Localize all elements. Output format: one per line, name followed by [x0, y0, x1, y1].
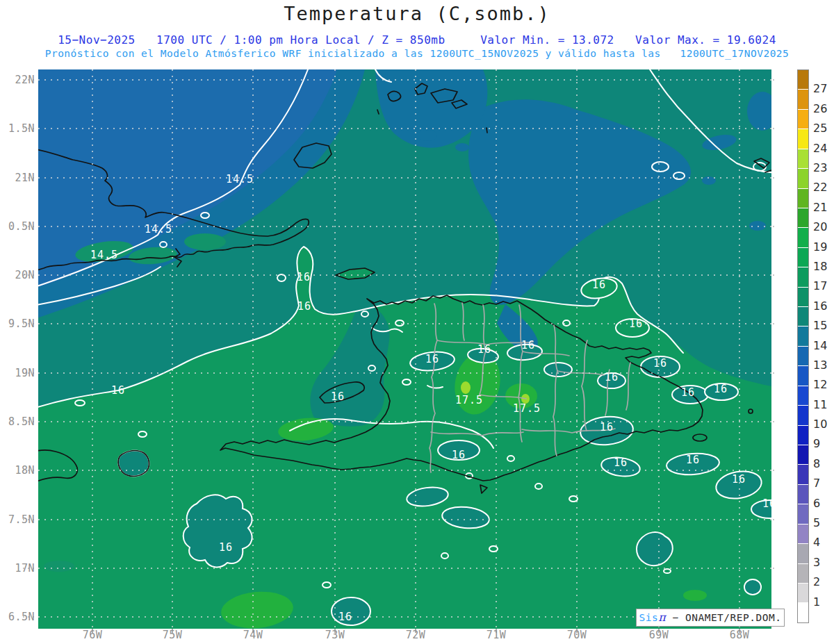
colorbar-segment: [798, 426, 808, 445]
lat-label: 17N: [0, 562, 35, 575]
contour-label: 17.5: [513, 402, 541, 415]
contour-label: 16: [521, 339, 535, 352]
colorbar-segment: [798, 544, 808, 563]
contour-label: 16: [762, 497, 775, 510]
contour-label: 16: [331, 390, 345, 403]
colorbar-segment: [798, 525, 808, 544]
contour-label: 16: [477, 343, 491, 356]
lon-label: 71W: [475, 629, 517, 641]
page-title: Temperatura (C,somb.): [0, 3, 834, 24]
lon-label: 69W: [638, 629, 680, 641]
colorbar-segment: [798, 288, 808, 307]
cool-patch: [744, 579, 761, 595]
colorbar-value: 25: [813, 122, 834, 135]
contour-label: 16: [614, 456, 628, 469]
colorbar-segment: [798, 228, 808, 247]
lon-label: 76W: [72, 629, 113, 641]
colorbar-segment: [798, 248, 808, 267]
colorbar-value: 11: [813, 398, 834, 411]
contour-label: 16: [219, 541, 233, 554]
contour-label: 16: [452, 449, 466, 461]
shading-max: [461, 381, 471, 394]
sispi-onamet-branding: Sisπ − ONAMET/REP.DOM.: [636, 609, 785, 627]
contour-label: 16: [338, 611, 352, 623]
colorbar-value: 6: [813, 497, 834, 510]
lon-label: 73W: [314, 629, 356, 641]
colorbar-segment: [798, 327, 808, 346]
colorbar-value: 1: [813, 595, 834, 609]
colorbar-value: 12: [813, 378, 834, 391]
colorbar-value: 19: [813, 240, 834, 254]
colorbar-value: 23: [813, 161, 834, 174]
colorbar-segment: [798, 70, 808, 90]
lat-label: 0.5N: [0, 220, 35, 233]
colorbar-value: 27: [813, 82, 834, 95]
lon-label: 75W: [152, 629, 193, 641]
contour-label: 16: [686, 454, 700, 466]
lat-label: 8.5N: [0, 415, 35, 428]
contour-label: 16: [297, 300, 311, 313]
contour-label: 16: [425, 353, 439, 365]
colorbar-segment: [798, 584, 808, 603]
colorbar-segment: [798, 347, 808, 366]
colorbar-segment: [798, 465, 808, 484]
colorbar-segment: [798, 445, 808, 465]
colorbar-segment: [798, 564, 808, 584]
shading-patch: [455, 143, 469, 151]
weather-map-page: Temperatura (C,somb.) 15−Nov−2025 1700 U…: [0, 0, 834, 644]
lon-label: 68W: [719, 629, 760, 641]
colorbar-value: 13: [813, 358, 834, 372]
colorbar-segment: [798, 366, 808, 386]
contour-label: 16: [681, 386, 695, 399]
shading-patch: [44, 561, 74, 572]
colorbar-segment: [798, 189, 808, 208]
colorbar-segment: [798, 90, 808, 109]
shading-17-18: [683, 590, 707, 601]
colorbar-segment: [798, 504, 808, 524]
forecast-map: 14.514.514.51616161616161616161616161617…: [21, 69, 775, 634]
colorbar-value: 3: [813, 556, 834, 569]
colorbar-value: 10: [813, 418, 834, 431]
colorbar-value: 22: [813, 181, 834, 194]
onamet-credit: − ONAMET/REP.DOM.: [666, 612, 781, 623]
colorbar-segment: [798, 485, 808, 504]
sispi-logo-pi-icon: π: [658, 611, 666, 624]
colorbar-value: 24: [813, 142, 834, 155]
lat-label: 19N: [0, 367, 35, 379]
cool-patch: [183, 495, 252, 567]
lat-label: 7.5N: [0, 513, 35, 526]
contour-label: 16: [714, 383, 728, 395]
colorbar-value: 20: [813, 220, 834, 233]
lat-label: 9.5N: [0, 317, 35, 330]
contour-label: 17.5: [455, 394, 483, 406]
lon-label: 74W: [232, 629, 274, 641]
colorbar-segment: [798, 603, 808, 622]
colorbar-value: 5: [813, 516, 834, 529]
lat-label: 1.5N: [0, 122, 35, 135]
colorbar-value: 15: [813, 319, 834, 332]
sispi-logo-sis: Sis: [639, 612, 659, 623]
lon-label: 70W: [556, 629, 598, 641]
lat-label: 18N: [0, 464, 35, 477]
contour-label: 16: [111, 384, 125, 397]
colorbar-value: 7: [813, 477, 834, 490]
lon-label: 72W: [395, 629, 436, 641]
colorbar-segment: [798, 169, 808, 188]
colorbar-segment: [798, 386, 808, 406]
contour-label: 16: [297, 271, 311, 283]
shading-patch: [418, 130, 437, 141]
colorbar-value: 4: [813, 536, 834, 549]
contour-label: 14.5: [145, 223, 172, 236]
colorbar-value: 9: [813, 437, 834, 450]
cool-patch: [637, 532, 673, 565]
contour-label: 16: [732, 473, 746, 486]
colorbar-value: 17: [813, 279, 834, 292]
lat-label: 21N: [0, 172, 35, 184]
colorbar-segment: [798, 208, 808, 228]
contour-label: 16: [600, 421, 614, 434]
colorbar-value: 14: [813, 339, 834, 352]
colorbar-value: 8: [813, 457, 834, 470]
contour-label: 14.5: [90, 249, 118, 261]
contour-label: 16: [605, 371, 619, 383]
contour-label: 16: [592, 279, 606, 291]
